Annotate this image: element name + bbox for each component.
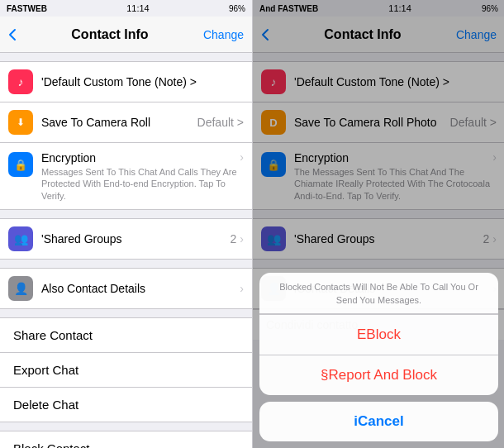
encryption-item-left[interactable]: 🔒 Encryption Messages Sent To This Chat … xyxy=(0,142,252,210)
right-panel: And FASTWEB 11:14 96% Contact Info Chang… xyxy=(253,0,504,448)
shared-groups-title-left: 'Shared Groups xyxy=(41,232,122,245)
action-sheet-cancel-group: iCancel xyxy=(259,402,498,441)
encryption-icon-left: 🔒 xyxy=(8,152,33,177)
report-and-block-button[interactable]: §Report And Block xyxy=(259,355,498,395)
shared-groups-badge-left: 2 xyxy=(231,232,237,245)
time-left: 11:14 xyxy=(126,3,150,13)
status-bar-left: FASTWEB 11:14 96% xyxy=(0,0,252,17)
save-icon-left: ⬇ xyxy=(8,110,33,135)
block-button[interactable]: EBlock xyxy=(259,314,498,355)
shared-groups-item-left[interactable]: 👥 'Shared Groups 2 › xyxy=(0,218,252,260)
encryption-title-left: Encryption xyxy=(41,151,96,164)
action-sheet-group: Blocked Contacts Will Not Be Able To Cal… xyxy=(259,273,498,395)
ringtone-item-left[interactable]: ♪ 'Default Custom Tone (Note) > xyxy=(0,61,252,102)
settings-group-1-left: ♪ 'Default Custom Tone (Note) > ⬇ Save T… xyxy=(0,61,252,210)
encryption-subtitle-left: Messages Sent To This Chat And Calls The… xyxy=(41,166,240,202)
plain-group-1-left: Share Contact Export Chat Delete Chat xyxy=(0,317,252,422)
ringtone-title-left: 'Default Custom Tone (Note) > xyxy=(41,75,197,88)
ringtone-icon-left: ♪ xyxy=(8,69,33,94)
contact-details-icon-left: 👤 xyxy=(8,276,33,301)
action-sheet-message: Blocked Contacts Will Not Be Able To Cal… xyxy=(259,273,498,314)
nav-bar-left: Contact Info Change xyxy=(0,17,252,53)
export-chat-left[interactable]: Export Chat xyxy=(0,352,252,387)
battery-left: 96% xyxy=(229,4,245,13)
save-right-left: Default > xyxy=(197,116,244,129)
back-button-left[interactable] xyxy=(8,28,17,41)
share-contact-left[interactable]: Share Contact xyxy=(0,317,252,352)
save-title-left: Save To Camera Roll xyxy=(41,116,150,129)
encryption-chevron-left: › xyxy=(240,150,244,164)
contact-details-title-left: Also Contact Details xyxy=(41,282,145,295)
block-contact-left[interactable]: Block Contact xyxy=(0,431,252,448)
cancel-button[interactable]: iCancel xyxy=(259,402,498,441)
action-sheet: Blocked Contacts Will Not Be Able To Cal… xyxy=(253,266,504,448)
contact-details-chevron-left: › xyxy=(240,282,244,295)
contact-details-item-left[interactable]: 👤 Also Contact Details › xyxy=(0,268,252,309)
delete-chat-left[interactable]: Delete Chat xyxy=(0,387,252,422)
left-panel: FASTWEB 11:14 96% Contact Info Change ♪ … xyxy=(0,0,252,448)
nav-title-left: Contact Info xyxy=(71,27,148,42)
shared-groups-left: 👥 'Shared Groups 2 › xyxy=(0,218,252,260)
save-item-left[interactable]: ⬇ Save To Camera Roll Default > xyxy=(0,102,252,142)
carrier-left: FASTWEB xyxy=(7,4,47,13)
contact-details-left: 👤 Also Contact Details › xyxy=(0,268,252,309)
shared-groups-icon-left: 👥 xyxy=(8,226,33,251)
plain-group-2-left: Block Contact Report Contact xyxy=(0,431,252,448)
nav-action-left[interactable]: Change xyxy=(203,28,244,41)
